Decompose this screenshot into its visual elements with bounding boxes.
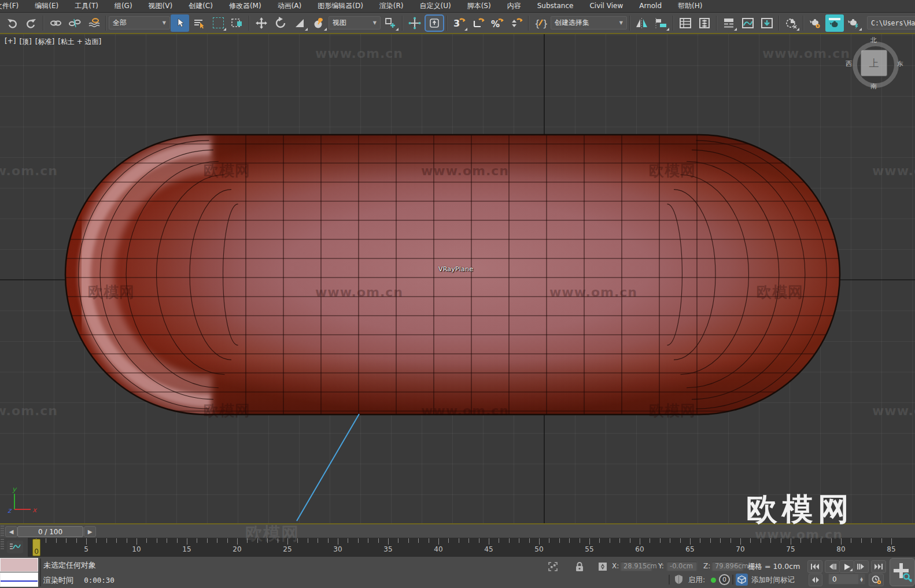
shield-icon[interactable] <box>673 574 684 585</box>
coord-y-field[interactable]: -0.0cm <box>666 561 698 571</box>
ruler-tick <box>237 538 238 545</box>
render-time-line: 渲染时间 0:00:30 <box>43 575 115 586</box>
viewport-menu-renderer[interactable]: [标准] <box>35 37 54 47</box>
unlink-selection-icon[interactable] <box>65 14 84 32</box>
angle-snap-toggle[interactable] <box>469 14 488 32</box>
next-frame-button[interactable] <box>854 560 869 573</box>
menu-item-6[interactable]: 修改器(M) <box>221 0 270 12</box>
viewcube[interactable]: 上 北 南 西 东 <box>849 38 902 91</box>
menu-item-3[interactable]: 组(G) <box>106 0 141 12</box>
menu-item-16[interactable]: 帮助(H) <box>670 0 710 12</box>
isolate-selection-toggle[interactable] <box>547 561 559 572</box>
select-and-link-icon[interactable] <box>46 14 65 32</box>
spinner-snap-toggle[interactable] <box>507 14 526 32</box>
coord-x-field[interactable]: 28.915cm <box>620 561 652 571</box>
menu-item-2[interactable]: 工具(T) <box>67 0 106 12</box>
menu-item-1[interactable]: 编辑(E) <box>27 0 67 12</box>
menu-item-15[interactable]: Arnold <box>631 0 670 12</box>
select-and-manipulate-button[interactable] <box>405 14 424 32</box>
time-slider-thumb[interactable]: 0 / 100 <box>17 526 83 537</box>
key-mode-toggle[interactable] <box>809 574 822 586</box>
toggle-layer-explorer-button[interactable] <box>695 14 714 32</box>
selection-filter-dropdown[interactable]: 全部 ▼ <box>109 16 170 29</box>
select-and-rotate-button[interactable] <box>271 14 290 32</box>
snap-toggle-3d[interactable]: 3 <box>450 14 468 32</box>
time-slider-grip[interactable] <box>1 526 4 537</box>
menu-item-9[interactable]: 渲染(R) <box>371 0 412 12</box>
current-frame-field[interactable]: 0 ▲▼ <box>828 574 865 585</box>
menu-item-10[interactable]: 自定义(U) <box>412 0 459 12</box>
frame-spinner[interactable]: ▲▼ <box>858 574 865 584</box>
viewport-canvas[interactable]: y x z [+] [顶] [标准] [粘土 + 边面] VRayPlane 上… <box>0 34 915 523</box>
enable-status-dot <box>711 578 716 583</box>
render-production-button[interactable] <box>844 14 863 32</box>
time-tag-cube-icon[interactable] <box>736 574 748 586</box>
toggle-scene-explorer-button[interactable] <box>676 14 695 32</box>
previous-frame-button[interactable] <box>825 560 840 573</box>
redo-icon[interactable] <box>22 14 40 32</box>
use-pivot-point-center-button[interactable] <box>381 14 400 32</box>
maxscript-macro-recorder[interactable] <box>0 558 38 572</box>
project-folder-dropdown[interactable]: C:\Users\Han\Documents\3ds Max 2022 ▼ <box>867 16 915 29</box>
ruler-tick <box>388 538 389 545</box>
menu-item-12[interactable]: 内容 <box>499 0 529 12</box>
viewport-menu-general[interactable]: [+] <box>5 37 16 47</box>
menu-item-5[interactable]: 创建(C) <box>180 0 221 12</box>
percent-snap-toggle[interactable]: % <box>488 14 507 32</box>
window-crossing-toggle[interactable] <box>228 14 246 32</box>
viewport-menu-shading[interactable]: [粘土 + 边面] <box>58 37 101 47</box>
keyboard-shortcut-override-toggle[interactable] <box>425 14 444 32</box>
select-and-place-button[interactable] <box>309 14 328 32</box>
coord-z-field[interactable]: 79.896cm <box>711 561 744 571</box>
rendered-frame-window-button[interactable] <box>825 14 844 32</box>
menu-item-7[interactable]: 动画(A) <box>270 0 310 12</box>
ruler-tick <box>811 538 811 543</box>
next-frame-arrow[interactable]: ▶ <box>84 526 96 537</box>
named-selection-set-dropdown[interactable]: 创建选择集 ▼ <box>551 16 627 29</box>
absolute-offset-mode-toggle[interactable] <box>597 561 608 572</box>
reference-coordinate-system-dropdown[interactable]: 视图 ▼ <box>329 16 381 29</box>
edit-named-selection-sets-button[interactable]: {} <box>532 14 550 32</box>
previous-frame-arrow[interactable]: ◀ <box>5 526 17 537</box>
menu-item-13[interactable]: Substance <box>529 0 582 12</box>
ruler-frame-label: 60 <box>635 545 644 553</box>
material-editor-button[interactable] <box>782 14 800 32</box>
menu-item-0[interactable]: 文件(F) <box>0 0 27 12</box>
render-setup-button[interactable] <box>806 14 825 32</box>
bind-to-space-warp-icon[interactable] <box>84 14 103 32</box>
menu-item-4[interactable]: 视图(V) <box>141 0 181 12</box>
play-animation-button[interactable] <box>839 560 854 573</box>
add-time-tag-label[interactable]: 添加时间标记 <box>751 575 795 585</box>
mirror-button[interactable] <box>633 14 651 32</box>
menu-item-8[interactable]: 图形编辑器(D) <box>309 0 371 12</box>
current-frame-marker[interactable]: 0 <box>32 539 40 556</box>
viewport-label: [+] [顶] [标准] [粘土 + 边面] <box>5 37 101 47</box>
select-by-name-button[interactable] <box>190 14 208 32</box>
mini-curve-editor-button[interactable] <box>7 541 23 553</box>
select-and-move-button[interactable] <box>252 14 271 32</box>
select-and-scale-button[interactable] <box>290 14 309 32</box>
track-bar[interactable]: 0510152025303540455055606570758085 0 <box>0 538 915 557</box>
selection-lock-toggle[interactable] <box>574 561 585 572</box>
toggle-ribbon-button[interactable] <box>720 14 738 32</box>
compass-north-label: 北 <box>870 36 877 45</box>
rectangular-selection-region-button[interactable] <box>209 14 227 32</box>
menu-item-11[interactable]: 脚本(S) <box>459 0 499 12</box>
curve-editor-button[interactable] <box>739 14 757 32</box>
spline-helper-line[interactable] <box>297 414 359 521</box>
ruler-tick <box>740 538 741 545</box>
time-configuration-button[interactable] <box>869 574 884 586</box>
menu-item-14[interactable]: Civil View <box>581 0 631 12</box>
viewcube-top-face[interactable]: 上 <box>861 50 887 76</box>
go-to-start-button[interactable] <box>807 560 822 573</box>
capsule-object[interactable] <box>65 135 840 415</box>
track-bar-grip[interactable] <box>1 539 4 550</box>
schematic-view-button[interactable] <box>758 14 776 32</box>
select-object-button[interactable] <box>171 14 189 32</box>
undo-icon[interactable] <box>3 14 21 32</box>
align-button[interactable] <box>652 14 670 32</box>
viewport-menu-pov[interactable]: [顶] <box>19 37 31 47</box>
maxscript-mini-listener[interactable] <box>0 572 38 587</box>
set-keys-button[interactable] <box>890 558 915 586</box>
go-to-end-button[interactable] <box>871 560 886 573</box>
